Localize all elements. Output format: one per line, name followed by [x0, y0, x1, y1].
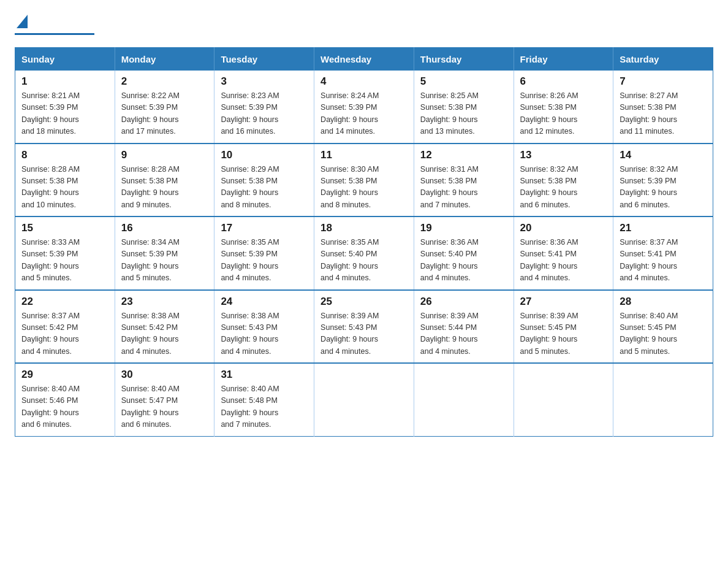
day-number: 15	[21, 222, 108, 234]
calendar-day-cell: 31Sunrise: 8:40 AMSunset: 5:48 PMDayligh…	[214, 363, 314, 436]
col-saturday: Saturday	[613, 48, 713, 71]
day-number: 14	[620, 149, 707, 161]
day-number: 6	[520, 75, 607, 88]
calendar-day-cell: 21Sunrise: 8:37 AMSunset: 5:41 PMDayligh…	[613, 216, 713, 290]
calendar-day-cell: 5Sunrise: 8:25 AMSunset: 5:38 PMDaylight…	[414, 71, 514, 144]
svg-marker-0	[17, 15, 28, 28]
day-info: Sunrise: 8:30 AMSunset: 5:38 PMDaylight:…	[320, 164, 408, 212]
day-number: 10	[221, 149, 308, 161]
day-number: 2	[121, 75, 208, 88]
calendar-day-cell: 7Sunrise: 8:27 AMSunset: 5:38 PMDaylight…	[613, 71, 713, 144]
calendar-day-cell: 12Sunrise: 8:31 AMSunset: 5:38 PMDayligh…	[414, 144, 514, 217]
calendar-day-cell: 10Sunrise: 8:29 AMSunset: 5:38 PMDayligh…	[214, 144, 314, 217]
col-thursday: Thursday	[414, 48, 514, 71]
day-number: 28	[620, 296, 707, 308]
day-number: 18	[320, 222, 408, 234]
day-info: Sunrise: 8:37 AMSunset: 5:41 PMDaylight:…	[620, 237, 707, 285]
day-info: Sunrise: 8:27 AMSunset: 5:38 PMDaylight:…	[620, 90, 707, 138]
calendar-day-cell	[514, 363, 613, 436]
calendar-day-cell: 23Sunrise: 8:38 AMSunset: 5:42 PMDayligh…	[115, 290, 214, 364]
day-info: Sunrise: 8:33 AMSunset: 5:39 PMDaylight:…	[21, 237, 108, 285]
calendar-day-cell: 4Sunrise: 8:24 AMSunset: 5:39 PMDaylight…	[314, 71, 414, 144]
day-info: Sunrise: 8:29 AMSunset: 5:38 PMDaylight:…	[221, 164, 308, 212]
calendar-day-cell: 28Sunrise: 8:40 AMSunset: 5:45 PMDayligh…	[613, 290, 713, 364]
day-info: Sunrise: 8:31 AMSunset: 5:38 PMDaylight:…	[420, 164, 507, 212]
calendar-day-cell: 19Sunrise: 8:36 AMSunset: 5:40 PMDayligh…	[414, 216, 514, 290]
day-number: 4	[320, 75, 408, 88]
day-info: Sunrise: 8:28 AMSunset: 5:38 PMDaylight:…	[121, 164, 208, 212]
day-info: Sunrise: 8:24 AMSunset: 5:39 PMDaylight:…	[320, 90, 408, 138]
day-info: Sunrise: 8:38 AMSunset: 5:43 PMDaylight:…	[221, 310, 308, 358]
col-sunday: Sunday	[15, 48, 115, 71]
day-info: Sunrise: 8:22 AMSunset: 5:39 PMDaylight:…	[121, 90, 208, 138]
calendar-day-cell: 22Sunrise: 8:37 AMSunset: 5:42 PMDayligh…	[15, 290, 115, 364]
day-info: Sunrise: 8:35 AMSunset: 5:40 PMDaylight:…	[320, 237, 408, 285]
logo-underline	[15, 33, 94, 35]
calendar-day-cell	[613, 363, 713, 436]
day-number: 9	[121, 149, 208, 161]
day-number: 13	[520, 149, 607, 161]
col-monday: Monday	[115, 48, 214, 71]
logo-triangle-icon	[17, 15, 28, 28]
day-number: 23	[121, 296, 208, 308]
day-info: Sunrise: 8:39 AMSunset: 5:45 PMDaylight:…	[520, 310, 607, 358]
day-info: Sunrise: 8:21 AMSunset: 5:39 PMDaylight:…	[21, 90, 108, 138]
day-info: Sunrise: 8:39 AMSunset: 5:43 PMDaylight:…	[320, 310, 408, 358]
day-number: 5	[420, 75, 507, 88]
day-info: Sunrise: 8:40 AMSunset: 5:46 PMDaylight:…	[21, 383, 108, 431]
day-info: Sunrise: 8:36 AMSunset: 5:41 PMDaylight:…	[520, 237, 607, 285]
calendar-header-row: Sunday Monday Tuesday Wednesday Thursday…	[15, 48, 713, 71]
calendar-week-row: 8Sunrise: 8:28 AMSunset: 5:38 PMDaylight…	[15, 144, 713, 217]
calendar-day-cell: 17Sunrise: 8:35 AMSunset: 5:39 PMDayligh…	[214, 216, 314, 290]
page-header	[15, 15, 713, 35]
calendar-day-cell: 2Sunrise: 8:22 AMSunset: 5:39 PMDaylight…	[115, 71, 214, 144]
day-info: Sunrise: 8:40 AMSunset: 5:48 PMDaylight:…	[221, 383, 308, 431]
calendar-day-cell: 24Sunrise: 8:38 AMSunset: 5:43 PMDayligh…	[214, 290, 314, 364]
calendar-day-cell: 25Sunrise: 8:39 AMSunset: 5:43 PMDayligh…	[314, 290, 414, 364]
day-info: Sunrise: 8:32 AMSunset: 5:39 PMDaylight:…	[620, 164, 707, 212]
calendar-day-cell: 9Sunrise: 8:28 AMSunset: 5:38 PMDaylight…	[115, 144, 214, 217]
calendar-day-cell: 16Sunrise: 8:34 AMSunset: 5:39 PMDayligh…	[115, 216, 214, 290]
day-number: 26	[420, 296, 507, 308]
col-tuesday: Tuesday	[214, 48, 314, 71]
calendar-day-cell	[414, 363, 514, 436]
day-number: 27	[520, 296, 607, 308]
day-number: 30	[121, 369, 208, 381]
calendar-day-cell: 20Sunrise: 8:36 AMSunset: 5:41 PMDayligh…	[514, 216, 613, 290]
day-info: Sunrise: 8:28 AMSunset: 5:38 PMDaylight:…	[21, 164, 108, 212]
day-info: Sunrise: 8:34 AMSunset: 5:39 PMDaylight:…	[121, 237, 208, 285]
day-info: Sunrise: 8:32 AMSunset: 5:38 PMDaylight:…	[520, 164, 607, 212]
day-number: 19	[420, 222, 507, 234]
calendar-day-cell: 30Sunrise: 8:40 AMSunset: 5:47 PMDayligh…	[115, 363, 214, 436]
day-number: 12	[420, 149, 507, 161]
day-number: 7	[620, 75, 707, 88]
day-info: Sunrise: 8:40 AMSunset: 5:45 PMDaylight:…	[620, 310, 707, 358]
calendar-day-cell: 14Sunrise: 8:32 AMSunset: 5:39 PMDayligh…	[613, 144, 713, 217]
day-info: Sunrise: 8:37 AMSunset: 5:42 PMDaylight:…	[21, 310, 108, 358]
day-number: 29	[21, 369, 108, 381]
day-info: Sunrise: 8:35 AMSunset: 5:39 PMDaylight:…	[221, 237, 308, 285]
day-info: Sunrise: 8:25 AMSunset: 5:38 PMDaylight:…	[420, 90, 507, 138]
calendar-day-cell: 13Sunrise: 8:32 AMSunset: 5:38 PMDayligh…	[514, 144, 613, 217]
day-number: 22	[21, 296, 108, 308]
day-number: 3	[221, 75, 308, 88]
day-number: 11	[320, 149, 408, 161]
day-info: Sunrise: 8:38 AMSunset: 5:42 PMDaylight:…	[121, 310, 208, 358]
calendar-week-row: 29Sunrise: 8:40 AMSunset: 5:46 PMDayligh…	[15, 363, 713, 436]
day-number: 21	[620, 222, 707, 234]
calendar-day-cell: 3Sunrise: 8:23 AMSunset: 5:39 PMDaylight…	[214, 71, 314, 144]
col-friday: Friday	[514, 48, 613, 71]
day-info: Sunrise: 8:40 AMSunset: 5:47 PMDaylight:…	[121, 383, 208, 431]
day-number: 25	[320, 296, 408, 308]
day-number: 20	[520, 222, 607, 234]
calendar-table: Sunday Monday Tuesday Wednesday Thursday…	[15, 47, 713, 437]
col-wednesday: Wednesday	[314, 48, 414, 71]
calendar-day-cell: 11Sunrise: 8:30 AMSunset: 5:38 PMDayligh…	[314, 144, 414, 217]
calendar-day-cell: 1Sunrise: 8:21 AMSunset: 5:39 PMDaylight…	[15, 71, 115, 144]
calendar-week-row: 1Sunrise: 8:21 AMSunset: 5:39 PMDaylight…	[15, 71, 713, 144]
day-number: 1	[21, 75, 108, 88]
day-info: Sunrise: 8:39 AMSunset: 5:44 PMDaylight:…	[420, 310, 507, 358]
day-number: 31	[221, 369, 308, 381]
calendar-week-row: 15Sunrise: 8:33 AMSunset: 5:39 PMDayligh…	[15, 216, 713, 290]
day-number: 17	[221, 222, 308, 234]
